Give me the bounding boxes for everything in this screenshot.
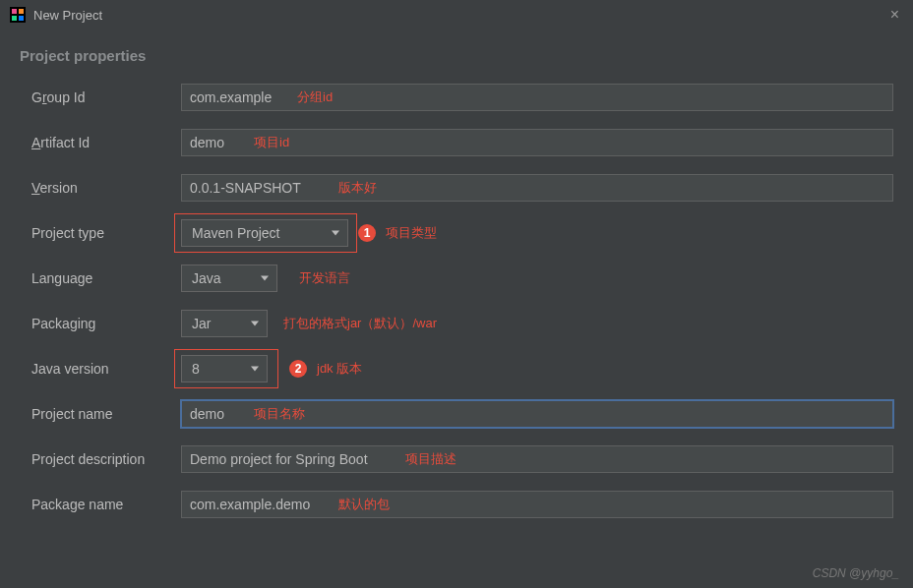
section-header: Project properties [0,29,913,74]
window-title: New Project [33,8,886,23]
select-project-type[interactable]: Maven Project [181,219,348,247]
row-java-version: Java version 8 2 jdk 版本 [31,355,893,382]
label-language: Language [31,270,181,286]
chevron-down-icon [332,231,339,236]
watermark: CSDN @yyhgo_ [813,566,899,580]
app-icon [10,7,26,23]
svg-rect-1 [12,9,17,14]
select-packaging[interactable]: Jar [181,310,268,337]
input-group-id-value: com.example [190,89,272,105]
input-project-name[interactable]: demo [181,400,893,428]
svg-rect-3 [12,16,17,21]
annotation-packaging: 打包的格式jar（默认）/war [283,315,437,332]
chevron-down-icon [261,276,269,281]
label-version: Version [31,180,181,196]
select-language[interactable]: Java [181,265,277,292]
row-group-id: Group Id com.example 分组id [31,84,893,111]
row-project-name: Project name demo 项目名称 [31,400,893,428]
svg-rect-2 [19,9,24,14]
input-project-description-value: Demo project for Spring Boot [190,451,368,467]
row-project-type: Project type Maven Project 1 项目类型 [31,219,893,247]
row-project-description: Project description Demo project for Spr… [31,445,893,473]
form: Group Id com.example 分组id Artifact Id de… [0,74,913,518]
annotation-java-version: jdk 版本 [317,360,362,378]
select-java-version-value: 8 [192,361,200,377]
titlebar: New Project × [0,0,913,29]
input-artifact-id-value: demo [190,135,224,150]
label-package-name: Package name [31,497,181,512]
label-project-type: Project type [31,225,181,241]
row-packaging: Packaging Jar 打包的格式jar（默认）/war [31,310,893,337]
badge-2: 2 [289,360,307,378]
close-icon[interactable]: × [886,6,903,24]
chevron-down-icon [251,367,259,372]
svg-rect-4 [19,16,24,21]
label-project-description: Project description [31,451,181,467]
label-artifact-id: Artifact Id [31,135,181,150]
input-package-name[interactable]: com.example.demo [181,491,893,518]
select-project-type-value: Maven Project [192,225,279,241]
annotation-language: 开发语言 [299,269,350,287]
input-group-id[interactable]: com.example [181,84,893,111]
input-project-description[interactable]: Demo project for Spring Boot [181,445,893,473]
input-version-value: 0.0.1-SNAPSHOT [190,180,301,196]
row-package-name: Package name com.example.demo 默认的包 [31,491,893,518]
row-version: Version 0.0.1-SNAPSHOT 版本好 [31,174,893,202]
select-packaging-value: Jar [192,316,211,331]
select-java-version[interactable]: 8 [181,355,268,382]
select-language-value: Java [192,270,221,286]
input-project-name-value: demo [190,406,224,422]
label-project-name: Project name [31,406,181,422]
label-group-id: Group Id [31,89,181,105]
input-version[interactable]: 0.0.1-SNAPSHOT [181,174,893,202]
row-artifact-id: Artifact Id demo 项目id [31,129,893,156]
input-artifact-id[interactable]: demo [181,129,893,156]
label-java-version: Java version [31,361,181,377]
row-language: Language Java 开发语言 [31,265,893,292]
chevron-down-icon [251,322,259,326]
badge-1: 1 [358,224,376,242]
input-package-name-value: com.example.demo [190,497,310,512]
label-packaging: Packaging [31,316,181,331]
annotation-project-type: 项目类型 [386,224,437,242]
